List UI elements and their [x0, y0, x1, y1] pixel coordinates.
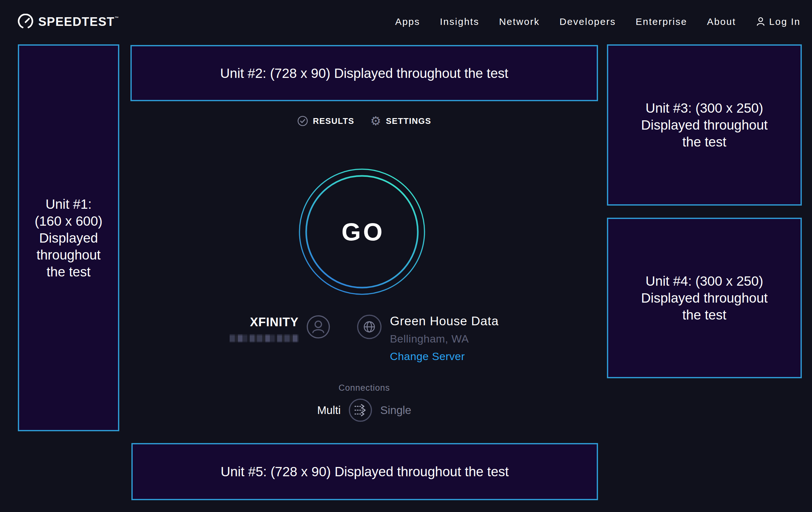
results-label: RESULTS [313, 116, 354, 126]
ad-unit-text: (160 x 600) [35, 213, 103, 230]
ad-unit-1-skyscraper[interactable]: Unit #1: (160 x 600) Displayed throughou… [18, 44, 119, 431]
login-label: Log In [769, 16, 801, 27]
gear-icon: ⚙ [370, 115, 381, 127]
server-location: Bellingham, WA [390, 332, 498, 345]
ad-unit-text: Unit #1: [46, 196, 92, 213]
header: SPEEDTEST™ Apps Insights Network Develop… [0, 0, 812, 44]
connections-label: Connections [130, 383, 598, 393]
connections-toggle: Multi Single [130, 398, 598, 422]
ad-unit-text: Displayed [39, 230, 98, 246]
ad-unit-text: Unit #2: (728 x 90) Displayed throughout… [220, 65, 509, 82]
isp-person-icon [306, 315, 330, 339]
ad-unit-text: Displayed throughout [641, 116, 768, 133]
tab-results[interactable]: RESULTS [297, 115, 354, 127]
server-info: Green House Data Bellingham, WA Change S… [390, 314, 498, 362]
gauge-logo-icon [18, 14, 33, 30]
isp-name: XFINITY [230, 315, 298, 329]
server-name: Green House Data [390, 314, 498, 328]
nav-item-apps[interactable]: Apps [395, 16, 420, 27]
speedtest-page: SPEEDTEST™ Apps Insights Network Develop… [0, 0, 812, 512]
multi-connections-arrows-icon[interactable] [348, 398, 373, 422]
nav-item-network[interactable]: Network [499, 16, 540, 27]
nav-item-developers[interactable]: Developers [559, 16, 616, 27]
tab-settings[interactable]: ⚙ SETTINGS [370, 115, 431, 127]
ad-unit-text: Displayed throughout [641, 290, 768, 306]
nav-item-about[interactable]: About [707, 16, 736, 27]
settings-label: SETTINGS [386, 116, 431, 126]
ad-unit-2-leaderboard[interactable]: Unit #2: (728 x 90) Displayed throughout… [130, 45, 598, 101]
connections-multi-option[interactable]: Multi [317, 404, 341, 416]
ad-unit-4-rectangle[interactable]: Unit #4: (300 x 250) Displayed throughou… [607, 218, 802, 378]
trademark-mark: ™ [115, 16, 119, 21]
ad-unit-5-leaderboard[interactable]: Unit #5: (728 x 90) Displayed throughout… [132, 443, 598, 500]
user-icon [756, 17, 765, 27]
ad-unit-3-rectangle[interactable]: Unit #3: (300 x 250) Displayed throughou… [607, 44, 802, 206]
ad-unit-text: the test [683, 133, 727, 150]
ad-unit-text: the test [683, 306, 727, 323]
logo-text: SPEEDTEST™ [38, 15, 119, 29]
ad-unit-text: throughout [37, 246, 101, 263]
go-label: GO [298, 168, 426, 296]
ad-unit-text: Unit #4: (300 x 250) [645, 273, 763, 290]
connections-section: Connections Multi Single [130, 383, 598, 422]
nav-item-insights[interactable]: Insights [440, 16, 479, 27]
connection-details: XFINITY Green House Data Bellingh [130, 314, 598, 362]
nav-item-enterprise[interactable]: Enterprise [636, 16, 687, 27]
change-server-link[interactable]: Change Server [390, 350, 465, 362]
ad-unit-text: the test [47, 263, 91, 280]
go-button[interactable]: GO [298, 168, 426, 296]
login-button[interactable]: Log In [756, 16, 801, 27]
server-globe-icon [356, 314, 382, 340]
ip-address-redacted [230, 334, 298, 343]
speedtest-logo[interactable]: SPEEDTEST™ [18, 14, 119, 30]
connections-single-option[interactable]: Single [380, 404, 411, 416]
check-circle-icon [297, 115, 308, 127]
isp-info: XFINITY [230, 314, 298, 344]
main-nav: Apps Insights Network Developers Enterpr… [395, 16, 801, 27]
view-tabs: RESULTS ⚙ SETTINGS [130, 115, 598, 127]
ad-unit-text: Unit #5: (728 x 90) Displayed throughout… [221, 463, 509, 480]
ad-unit-text: Unit #3: (300 x 250) [645, 100, 763, 116]
